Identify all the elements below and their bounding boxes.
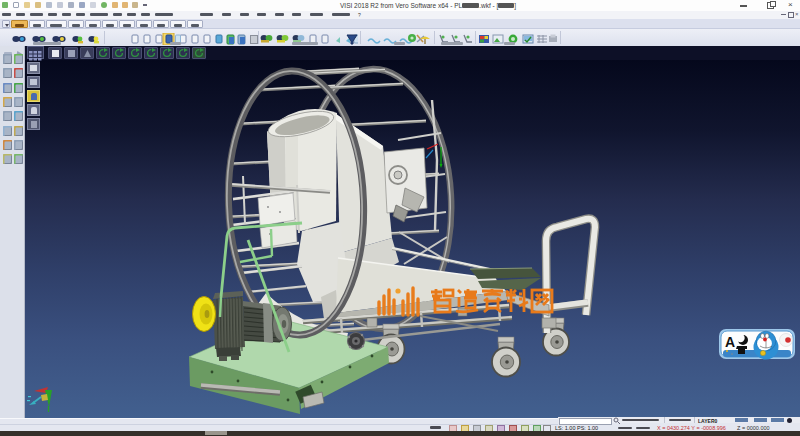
svg-text:A: A [725,334,735,350]
